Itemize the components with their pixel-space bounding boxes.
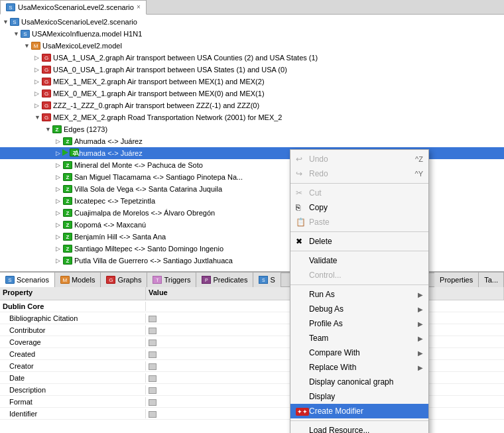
prop-value-icon xyxy=(149,387,157,394)
ctx-menu-item[interactable]: Compare With▶ xyxy=(290,345,428,360)
prop-key: Format xyxy=(0,397,146,406)
tree-row[interactable]: ▼SUsaMexicoScenarioLevel2.scenario xyxy=(0,16,504,28)
tab-predicates[interactable]: P Predicates xyxy=(196,273,253,287)
ctx-item-icon: ↩ xyxy=(296,155,309,164)
tab-models[interactable]: M Models xyxy=(55,273,101,287)
prop-value-icon xyxy=(149,399,157,406)
tab-properties[interactable]: Properties xyxy=(434,273,479,287)
ctx-separator xyxy=(290,251,428,251)
ctx-menu-item[interactable]: Debug As▶ xyxy=(290,302,428,316)
tab-tasks[interactable]: Ta... xyxy=(479,273,504,287)
ctx-menu-item: ↪Redo^Y xyxy=(290,166,428,181)
ctx-item-arrow: ▶ xyxy=(418,349,423,357)
ctx-item-label: Undo xyxy=(309,155,415,164)
ctx-item-icon: ⎘ xyxy=(296,203,309,212)
tree-expand-arrow[interactable]: ▷ xyxy=(34,78,41,85)
tree-item-label: Benjamín Hill <-> Santa Ana xyxy=(74,233,166,241)
tree-item-label: Ahumada <-> Juárez xyxy=(74,137,143,145)
ctx-item-arrow: ▶ xyxy=(418,335,423,342)
ctx-menu-item[interactable]: Display xyxy=(290,389,428,404)
property-col-header: Property xyxy=(0,287,146,300)
tree-row[interactable]: ▼ZEdges (1273) xyxy=(0,123,504,135)
edge-icon: Z xyxy=(63,209,72,217)
ctx-menu-item[interactable]: ⎘Copy xyxy=(290,200,428,215)
ctx-menu-item[interactable]: Load Resource... xyxy=(290,423,428,433)
ctx-item-label: Cut xyxy=(309,188,423,198)
edge-icon: Z xyxy=(63,173,72,181)
ctx-separator xyxy=(290,231,428,232)
tree-row[interactable]: ▷GMEX_0_MEX_1.graph Air transport betwee… xyxy=(0,88,504,99)
edge-icon: Z xyxy=(63,245,72,253)
ctx-menu-item[interactable]: Profile As▶ xyxy=(290,316,428,331)
tree-expand-arrow[interactable]: ▼ xyxy=(45,126,52,133)
tree-expand-arrow[interactable]: ▷ xyxy=(56,162,62,168)
tree-icon-z: Z xyxy=(52,125,62,134)
scenario-icon: S xyxy=(21,30,30,38)
edge-icon: Z xyxy=(52,125,62,133)
ctx-menu-item[interactable]: Display canonical graph xyxy=(290,375,428,389)
ctx-item-shortcut: ^Z xyxy=(415,155,423,163)
tree-row[interactable]: ▷GZZZ_-1_ZZZ_0.graph Air transport betwe… xyxy=(0,99,504,111)
ctx-item-label: Create Modifier xyxy=(309,406,423,416)
prop-key: Creator xyxy=(0,361,146,371)
tree-expand-arrow[interactable]: ▷ xyxy=(56,150,62,156)
tree-expand-arrow[interactable]: ▷ xyxy=(56,245,62,252)
tree-item-label: Santiago Miltepec <-> Santo Domingo Inge… xyxy=(74,245,223,253)
tree-expand-arrow[interactable]: ▼ xyxy=(34,114,41,121)
ctx-menu-item[interactable]: Replace With▶ xyxy=(290,360,428,375)
tree-expand-arrow[interactable]: ▷ xyxy=(56,138,62,145)
ctx-separator xyxy=(290,183,428,184)
ctx-item-arrow: ▶ xyxy=(418,320,423,328)
graph-icon: G xyxy=(42,54,51,62)
ctx-menu-item[interactable]: Run As▶ xyxy=(290,287,428,302)
prop-key: Bibliographic Citation xyxy=(0,314,146,323)
tree-icon-g: G xyxy=(41,65,52,74)
tree-expand-arrow[interactable]: ▷ xyxy=(56,233,62,240)
tree-expand-arrow[interactable]: ▷ xyxy=(34,102,41,109)
tab-close-button[interactable]: × xyxy=(137,3,141,11)
tree-expand-arrow[interactable]: ▷ xyxy=(56,221,62,228)
tree-row[interactable]: ▼MUsaMexicoLevel2.model xyxy=(0,40,504,52)
ctx-item-label: Team xyxy=(309,334,418,343)
tree-expand-arrow[interactable]: ▷ xyxy=(34,54,41,61)
ctx-item-arrow: ▶ xyxy=(418,291,423,298)
tree-icon-g: G xyxy=(41,89,52,98)
tab-scenarios[interactable]: S Scenarios xyxy=(0,273,55,287)
tree-expand-arrow[interactable]: ▼ xyxy=(24,42,31,49)
tree-expand-arrow[interactable]: ▼ xyxy=(13,31,20,37)
tree-row[interactable]: ▷ZAhumada <-> Juárez xyxy=(0,135,504,147)
tab-s[interactable]: S S xyxy=(253,273,281,287)
tree-expand-arrow[interactable]: ▼ xyxy=(3,19,9,25)
tree-expand-arrow[interactable]: ▷ xyxy=(34,66,41,73)
prop-value-icon xyxy=(149,411,157,418)
tree-expand-arrow[interactable]: ▷ xyxy=(56,257,62,264)
tree-icon-z: Z xyxy=(62,196,73,206)
tree-row[interactable]: ▷GUSA_1_USA_2.graph Air transport betwee… xyxy=(0,52,504,64)
tree-expand-arrow[interactable]: ▷ xyxy=(56,198,62,204)
tree-expand-arrow[interactable]: ▷ xyxy=(56,174,62,180)
ctx-menu-item[interactable]: Validate xyxy=(290,253,428,268)
tree-expand-arrow[interactable]: ▷ xyxy=(56,186,62,192)
ctx-menu-item[interactable]: Team▶ xyxy=(290,331,428,345)
main-tab[interactable]: S UsaMexicoScenarioLevel2.scenario × xyxy=(0,0,147,15)
tree-row[interactable]: ▷GMEX_1_MEX_2.graph Air transport betwee… xyxy=(0,76,504,88)
tree-expand-arrow[interactable]: ▷ xyxy=(56,210,62,216)
tree-row[interactable]: ▷GUSA_0_USA_1.graph Air transport betwee… xyxy=(0,64,504,76)
predicates-icon: P xyxy=(202,276,211,284)
ctx-menu-item[interactable]: ✦✦Create Modifier xyxy=(290,404,428,418)
ctx-item-arrow: ▶ xyxy=(418,306,423,313)
tree-row[interactable]: ▼SUSAMexicoInfluenza.model H1N1 xyxy=(0,28,504,40)
ctx-menu-item[interactable]: ✖Delete xyxy=(290,234,428,249)
prop-value-icon xyxy=(149,363,157,370)
tab-graphs[interactable]: G Graphs xyxy=(101,273,147,287)
tab-triggers[interactable]: T Triggers xyxy=(147,273,196,287)
scenario-icon: S xyxy=(10,18,19,26)
tree-row[interactable]: ▼GMEX_2_MEX_2.graph Road Transportation … xyxy=(0,111,504,123)
ctx-item-label: Redo xyxy=(309,169,415,178)
ctx-item-label: Validate xyxy=(309,256,423,265)
ctx-menu-item: Control... xyxy=(290,268,428,282)
tree-icon-g: G xyxy=(41,101,52,110)
tree-icon-g: G xyxy=(41,53,52,62)
ctx-item-icon: ✖ xyxy=(296,237,309,246)
tree-expand-arrow[interactable]: ▷ xyxy=(34,90,41,97)
